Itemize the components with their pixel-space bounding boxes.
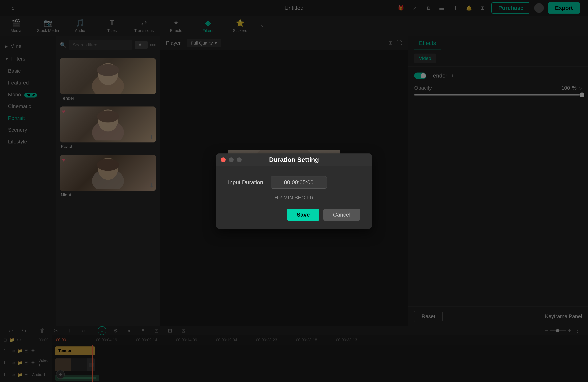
dialog-overlay: Duration Setting Input Duration: HR:MIN:… [0, 0, 588, 382]
dialog-buttons: Save Cancel [228, 209, 360, 221]
dialog-close-button[interactable] [221, 157, 226, 162]
input-duration-label: Input Duration: [228, 179, 265, 186]
dialog-title: Duration Setting [269, 156, 319, 163]
dialog-minimize-button[interactable] [229, 157, 234, 162]
dialog-maximize-button[interactable] [237, 157, 242, 162]
dialog-body: Input Duration: HR:MIN:SEC:FR Save Cance… [216, 166, 372, 229]
duration-hint: HR:MIN:SEC:FR [228, 195, 360, 201]
input-duration-field: Input Duration: [228, 176, 360, 189]
duration-input[interactable] [271, 176, 327, 189]
duration-dialog: Duration Setting Input Duration: HR:MIN:… [216, 153, 372, 229]
save-button[interactable]: Save [287, 209, 319, 221]
cancel-button[interactable]: Cancel [323, 209, 360, 221]
dialog-titlebar: Duration Setting [216, 153, 372, 166]
